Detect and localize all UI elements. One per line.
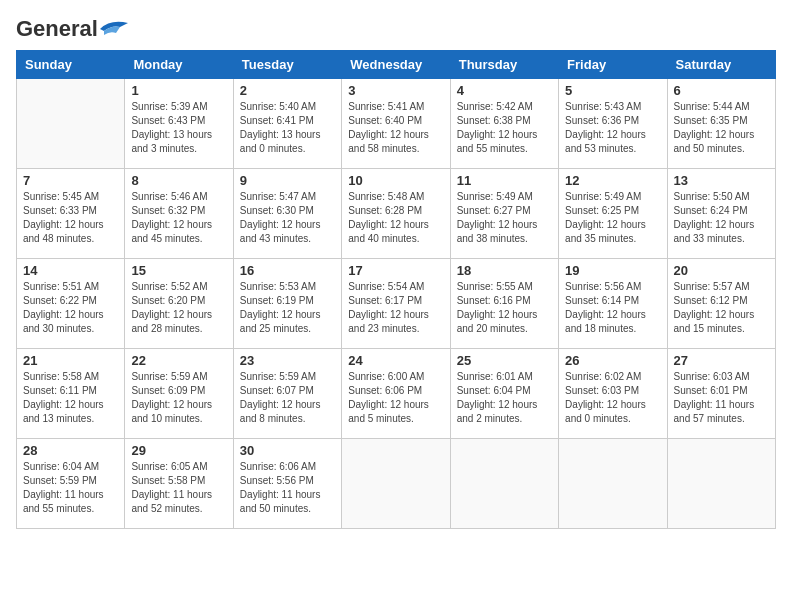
day-info: Sunrise: 6:05 AM Sunset: 5:58 PM Dayligh… xyxy=(131,460,226,516)
day-number: 27 xyxy=(674,353,769,368)
weekday-header-monday: Monday xyxy=(125,51,233,79)
weekday-header-thursday: Thursday xyxy=(450,51,558,79)
calendar-cell xyxy=(342,439,450,529)
calendar-cell xyxy=(667,439,775,529)
day-info: Sunrise: 5:55 AM Sunset: 6:16 PM Dayligh… xyxy=(457,280,552,336)
calendar-cell: 20Sunrise: 5:57 AM Sunset: 6:12 PM Dayli… xyxy=(667,259,775,349)
calendar-week-row: 7Sunrise: 5:45 AM Sunset: 6:33 PM Daylig… xyxy=(17,169,776,259)
day-number: 4 xyxy=(457,83,552,98)
day-info: Sunrise: 6:06 AM Sunset: 5:56 PM Dayligh… xyxy=(240,460,335,516)
calendar-cell xyxy=(559,439,667,529)
calendar-cell: 10Sunrise: 5:48 AM Sunset: 6:28 PM Dayli… xyxy=(342,169,450,259)
calendar-week-row: 21Sunrise: 5:58 AM Sunset: 6:11 PM Dayli… xyxy=(17,349,776,439)
day-number: 17 xyxy=(348,263,443,278)
calendar-cell: 21Sunrise: 5:58 AM Sunset: 6:11 PM Dayli… xyxy=(17,349,125,439)
day-info: Sunrise: 5:46 AM Sunset: 6:32 PM Dayligh… xyxy=(131,190,226,246)
calendar-cell xyxy=(450,439,558,529)
calendar-cell: 3Sunrise: 5:41 AM Sunset: 6:40 PM Daylig… xyxy=(342,79,450,169)
calendar-cell: 27Sunrise: 6:03 AM Sunset: 6:01 PM Dayli… xyxy=(667,349,775,439)
calendar-cell: 13Sunrise: 5:50 AM Sunset: 6:24 PM Dayli… xyxy=(667,169,775,259)
calendar-cell: 9Sunrise: 5:47 AM Sunset: 6:30 PM Daylig… xyxy=(233,169,341,259)
day-number: 23 xyxy=(240,353,335,368)
calendar-week-row: 14Sunrise: 5:51 AM Sunset: 6:22 PM Dayli… xyxy=(17,259,776,349)
day-number: 1 xyxy=(131,83,226,98)
calendar-cell: 18Sunrise: 5:55 AM Sunset: 6:16 PM Dayli… xyxy=(450,259,558,349)
weekday-header-sunday: Sunday xyxy=(17,51,125,79)
day-info: Sunrise: 5:51 AM Sunset: 6:22 PM Dayligh… xyxy=(23,280,118,336)
day-info: Sunrise: 5:44 AM Sunset: 6:35 PM Dayligh… xyxy=(674,100,769,156)
day-number: 22 xyxy=(131,353,226,368)
day-number: 7 xyxy=(23,173,118,188)
logo: General xyxy=(16,16,130,38)
calendar-week-row: 28Sunrise: 6:04 AM Sunset: 5:59 PM Dayli… xyxy=(17,439,776,529)
day-number: 13 xyxy=(674,173,769,188)
calendar-cell: 16Sunrise: 5:53 AM Sunset: 6:19 PM Dayli… xyxy=(233,259,341,349)
calendar-cell: 8Sunrise: 5:46 AM Sunset: 6:32 PM Daylig… xyxy=(125,169,233,259)
day-number: 18 xyxy=(457,263,552,278)
day-number: 11 xyxy=(457,173,552,188)
day-info: Sunrise: 5:53 AM Sunset: 6:19 PM Dayligh… xyxy=(240,280,335,336)
day-info: Sunrise: 5:57 AM Sunset: 6:12 PM Dayligh… xyxy=(674,280,769,336)
calendar-cell: 2Sunrise: 5:40 AM Sunset: 6:41 PM Daylig… xyxy=(233,79,341,169)
calendar-cell xyxy=(17,79,125,169)
day-number: 20 xyxy=(674,263,769,278)
day-info: Sunrise: 5:59 AM Sunset: 6:09 PM Dayligh… xyxy=(131,370,226,426)
day-info: Sunrise: 5:58 AM Sunset: 6:11 PM Dayligh… xyxy=(23,370,118,426)
day-info: Sunrise: 5:48 AM Sunset: 6:28 PM Dayligh… xyxy=(348,190,443,246)
day-number: 24 xyxy=(348,353,443,368)
day-info: Sunrise: 5:40 AM Sunset: 6:41 PM Dayligh… xyxy=(240,100,335,156)
day-number: 3 xyxy=(348,83,443,98)
day-number: 21 xyxy=(23,353,118,368)
calendar-cell: 5Sunrise: 5:43 AM Sunset: 6:36 PM Daylig… xyxy=(559,79,667,169)
day-number: 9 xyxy=(240,173,335,188)
weekday-header-friday: Friday xyxy=(559,51,667,79)
day-number: 28 xyxy=(23,443,118,458)
page-header: General xyxy=(16,16,776,38)
calendar-cell: 25Sunrise: 6:01 AM Sunset: 6:04 PM Dayli… xyxy=(450,349,558,439)
day-number: 19 xyxy=(565,263,660,278)
calendar-cell: 26Sunrise: 6:02 AM Sunset: 6:03 PM Dayli… xyxy=(559,349,667,439)
logo-wing-icon xyxy=(100,19,130,39)
day-info: Sunrise: 6:02 AM Sunset: 6:03 PM Dayligh… xyxy=(565,370,660,426)
calendar-cell: 28Sunrise: 6:04 AM Sunset: 5:59 PM Dayli… xyxy=(17,439,125,529)
day-info: Sunrise: 5:39 AM Sunset: 6:43 PM Dayligh… xyxy=(131,100,226,156)
calendar-cell: 30Sunrise: 6:06 AM Sunset: 5:56 PM Dayli… xyxy=(233,439,341,529)
day-number: 25 xyxy=(457,353,552,368)
day-info: Sunrise: 5:56 AM Sunset: 6:14 PM Dayligh… xyxy=(565,280,660,336)
calendar-cell: 4Sunrise: 5:42 AM Sunset: 6:38 PM Daylig… xyxy=(450,79,558,169)
day-info: Sunrise: 5:52 AM Sunset: 6:20 PM Dayligh… xyxy=(131,280,226,336)
day-info: Sunrise: 5:49 AM Sunset: 6:25 PM Dayligh… xyxy=(565,190,660,246)
day-info: Sunrise: 5:43 AM Sunset: 6:36 PM Dayligh… xyxy=(565,100,660,156)
day-info: Sunrise: 6:00 AM Sunset: 6:06 PM Dayligh… xyxy=(348,370,443,426)
day-number: 16 xyxy=(240,263,335,278)
calendar-table: SundayMondayTuesdayWednesdayThursdayFrid… xyxy=(16,50,776,529)
calendar-cell: 29Sunrise: 6:05 AM Sunset: 5:58 PM Dayli… xyxy=(125,439,233,529)
day-info: Sunrise: 5:59 AM Sunset: 6:07 PM Dayligh… xyxy=(240,370,335,426)
day-number: 10 xyxy=(348,173,443,188)
calendar-cell: 22Sunrise: 5:59 AM Sunset: 6:09 PM Dayli… xyxy=(125,349,233,439)
calendar-week-row: 1Sunrise: 5:39 AM Sunset: 6:43 PM Daylig… xyxy=(17,79,776,169)
day-number: 15 xyxy=(131,263,226,278)
day-number: 6 xyxy=(674,83,769,98)
day-info: Sunrise: 6:04 AM Sunset: 5:59 PM Dayligh… xyxy=(23,460,118,516)
day-number: 5 xyxy=(565,83,660,98)
day-info: Sunrise: 5:50 AM Sunset: 6:24 PM Dayligh… xyxy=(674,190,769,246)
calendar-cell: 12Sunrise: 5:49 AM Sunset: 6:25 PM Dayli… xyxy=(559,169,667,259)
weekday-header-wednesday: Wednesday xyxy=(342,51,450,79)
day-number: 30 xyxy=(240,443,335,458)
calendar-cell: 15Sunrise: 5:52 AM Sunset: 6:20 PM Dayli… xyxy=(125,259,233,349)
calendar-cell: 1Sunrise: 5:39 AM Sunset: 6:43 PM Daylig… xyxy=(125,79,233,169)
day-number: 14 xyxy=(23,263,118,278)
day-number: 26 xyxy=(565,353,660,368)
day-info: Sunrise: 6:03 AM Sunset: 6:01 PM Dayligh… xyxy=(674,370,769,426)
day-number: 8 xyxy=(131,173,226,188)
day-number: 12 xyxy=(565,173,660,188)
day-info: Sunrise: 5:47 AM Sunset: 6:30 PM Dayligh… xyxy=(240,190,335,246)
calendar-cell: 14Sunrise: 5:51 AM Sunset: 6:22 PM Dayli… xyxy=(17,259,125,349)
day-info: Sunrise: 5:41 AM Sunset: 6:40 PM Dayligh… xyxy=(348,100,443,156)
day-info: Sunrise: 5:45 AM Sunset: 6:33 PM Dayligh… xyxy=(23,190,118,246)
day-number: 2 xyxy=(240,83,335,98)
day-info: Sunrise: 6:01 AM Sunset: 6:04 PM Dayligh… xyxy=(457,370,552,426)
calendar-cell: 19Sunrise: 5:56 AM Sunset: 6:14 PM Dayli… xyxy=(559,259,667,349)
day-info: Sunrise: 5:42 AM Sunset: 6:38 PM Dayligh… xyxy=(457,100,552,156)
